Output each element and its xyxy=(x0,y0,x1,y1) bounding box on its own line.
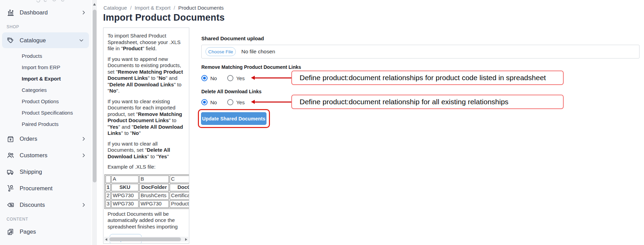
sidebar-item-shipping[interactable]: Shipping xyxy=(0,163,91,180)
xls-cell: BrushCerts xyxy=(139,192,169,200)
xls-cell: WPG730 xyxy=(111,192,139,200)
xls-row-number: 1 xyxy=(105,184,111,191)
sidebar-item-label: Catalogue xyxy=(20,37,79,44)
instruction-paragraph: If you want to clear all Documents, set … xyxy=(108,141,186,160)
annotation-arrow-head xyxy=(251,76,255,80)
sidebar-subitem-import-export[interactable]: Import & Export xyxy=(0,73,91,84)
radio-no-selected[interactable] xyxy=(201,99,208,105)
instruction-paragraph: If you want to append new Documents to e… xyxy=(108,56,186,94)
sidebar-subgroup: ProductsImport from ERPImport & ExportCa… xyxy=(0,50,91,130)
update-shared-documents-button[interactable]: Update Shared Documents xyxy=(201,112,266,125)
radio-no-selected[interactable] xyxy=(201,75,208,81)
sidebar-item-orders[interactable]: Orders xyxy=(0,130,91,147)
breadcrumb-separator: / xyxy=(130,5,131,11)
chevron-right-icon xyxy=(81,136,87,141)
xls-example-table: ABC1SKUDocFolderDocGroupT2WPG730BrushCer… xyxy=(104,174,189,209)
orders-icon xyxy=(6,135,14,143)
instruction-paragraph: To import Shared Product Spreadsheet, ch… xyxy=(108,33,186,52)
radio-yes-label[interactable]: Yes xyxy=(236,75,244,81)
radio-no-label[interactable]: No xyxy=(210,99,217,105)
remove-matching-links-label: Remove Matching Product Document Links xyxy=(201,64,301,70)
xls-col-header: B xyxy=(139,175,169,183)
sidebar-item-pages[interactable]: Pages xyxy=(0,223,91,240)
dashboard-icon xyxy=(6,8,14,17)
sidebar: DashboardSHOPCatalogueProductsImport fro… xyxy=(0,0,91,245)
sidebar-subitem-categories[interactable]: Categories xyxy=(0,84,91,96)
sidebar-item-label: Pages xyxy=(20,228,87,235)
sidebar-subitem-import-from-erp[interactable]: Import from ERP xyxy=(0,62,91,73)
xls-cell: Product xyxy=(170,200,189,208)
xls-cell: WPG730 xyxy=(139,200,169,208)
breadcrumb-import-export[interactable]: Import & Export xyxy=(135,5,171,11)
catalogue-icon xyxy=(6,36,14,44)
annotation-arrow-line xyxy=(254,77,291,78)
xls-cell: SKU xyxy=(111,184,139,191)
sidebar-item-label: Discounts xyxy=(20,202,81,208)
sidebar-item-procurement[interactable]: Procurement xyxy=(0,180,91,196)
radio-yes[interactable] xyxy=(227,75,233,81)
xls-col-header xyxy=(105,175,111,183)
file-chosen-status: No file chosen xyxy=(241,49,275,55)
xls-cell: WPG730 xyxy=(111,200,139,208)
breadcrumb-product-documents: Product Documents xyxy=(178,5,224,11)
panel-horizontal-scrollbar[interactable] xyxy=(104,237,188,242)
procurement-icon xyxy=(6,184,14,192)
sidebar-subitem-product-specifications[interactable]: Product Specifications xyxy=(0,107,91,118)
breadcrumb: Catalogue / Import & Export / Product Do… xyxy=(103,5,224,11)
radio-no-label[interactable]: No xyxy=(210,75,217,81)
remove-matching-links-radio-group: No Yes xyxy=(201,75,252,82)
sidebar-section-shop: SHOP xyxy=(0,23,91,31)
scroll-up-arrow-icon[interactable] xyxy=(93,3,96,6)
vertical-scroll-thumb[interactable] xyxy=(93,10,97,182)
instructions-panel: To import Shared Product Spreadsheet, ch… xyxy=(103,28,189,244)
radio-yes-label[interactable]: Yes xyxy=(236,99,244,105)
file-upload-field[interactable]: Choose File No file chosen xyxy=(201,45,640,58)
xls-cell: Certificate xyxy=(170,192,189,200)
sidebar-item-dashboard[interactable]: Dashboard xyxy=(0,4,91,21)
sidebar-item-label: Dashboard xyxy=(20,9,81,16)
instructions-text: To import Shared Product Spreadsheet, ch… xyxy=(108,33,189,170)
delete-all-links-label: Delete All Download Links xyxy=(201,89,262,94)
sidebar-subitem-paired-products[interactable]: Paired Products xyxy=(0,118,91,130)
sidebar-item-discounts[interactable]: Discounts xyxy=(0,196,91,213)
shared-document-upload-label: Shared Document upload xyxy=(201,35,264,41)
sidebar-item-label: Customers xyxy=(20,152,81,159)
sidebar-subitem-product-options[interactable]: Product Options xyxy=(0,96,91,107)
sidebar-subitem-products[interactable]: Products xyxy=(0,50,91,62)
sidebar-item-label: Shipping xyxy=(20,169,87,175)
sidebar-item-catalogue[interactable]: Catalogue xyxy=(2,32,89,48)
import-note: Product Documents will be automatically … xyxy=(108,211,187,230)
discounts-icon xyxy=(6,201,14,209)
horizontal-scroll-thumb[interactable] xyxy=(109,237,181,241)
xls-cell: DocFolder xyxy=(139,184,169,191)
pages-icon xyxy=(6,227,14,236)
scroll-right-arrow-icon[interactable] xyxy=(185,238,187,241)
xls-row-number: 3 xyxy=(105,200,111,208)
chevron-right-icon xyxy=(81,152,87,158)
delete-all-links-radio-group: No Yes xyxy=(201,99,252,106)
chevron-right-icon xyxy=(81,202,87,207)
instruction-paragraph: Example of .XLS file: xyxy=(108,164,186,170)
breadcrumb-separator: / xyxy=(174,5,175,11)
annotation-box-remove-matching: Define product:document relationships fo… xyxy=(291,71,564,85)
choose-file-button[interactable]: Choose File xyxy=(205,47,236,56)
clipped-logo-fragment xyxy=(34,0,72,2)
annotation-arrow-line xyxy=(254,102,291,103)
instruction-paragraph: If you want to clear existing Documents … xyxy=(108,98,186,137)
sidebar-section-content: CONTENT xyxy=(0,215,91,223)
customers-icon xyxy=(6,151,14,159)
import-product-documents-page: DashboardSHOPCatalogueProductsImport fro… xyxy=(0,0,644,245)
chevron-down-icon xyxy=(79,38,84,43)
sidebar-item-customers[interactable]: Customers xyxy=(0,147,91,163)
page-title: Import Product Documents xyxy=(103,12,225,23)
xls-col-header: C xyxy=(170,175,189,183)
breadcrumb-catalogue[interactable]: Catalogue xyxy=(103,5,127,11)
page-vertical-scrollbar[interactable] xyxy=(92,0,97,245)
radio-yes[interactable] xyxy=(227,99,233,105)
scroll-left-arrow-icon[interactable] xyxy=(105,238,107,241)
annotation-box-delete-all: Define product:document relationship for… xyxy=(291,95,564,109)
xls-row-number: 2 xyxy=(105,192,111,200)
annotation-arrow-head xyxy=(251,100,255,104)
chevron-right-icon xyxy=(81,10,87,15)
xls-col-header: A xyxy=(111,175,139,183)
